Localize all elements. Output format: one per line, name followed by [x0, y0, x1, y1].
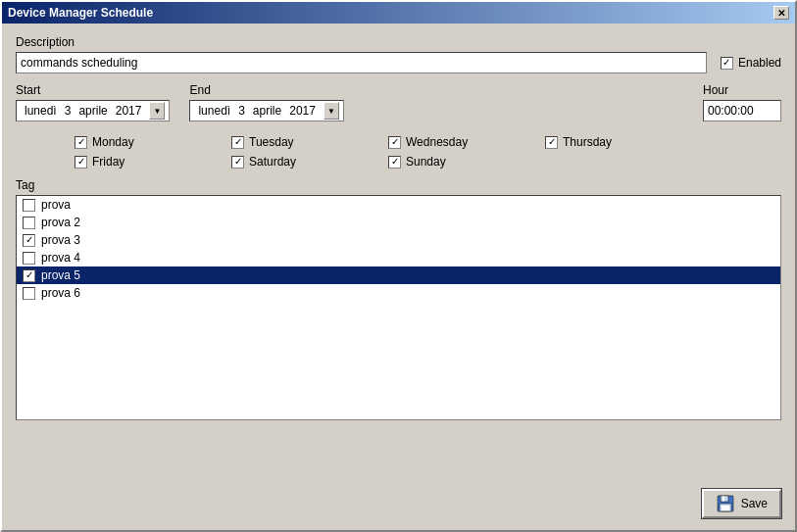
tag-item-checkbox[interactable]	[23, 217, 35, 229]
start-year: 2017	[116, 104, 142, 118]
tag-item[interactable]: prova	[17, 196, 780, 214]
close-button[interactable]: ✕	[773, 6, 789, 20]
description-label: Description	[16, 35, 781, 49]
days-row-2: Friday Saturday Sunday	[16, 155, 781, 169]
enabled-row: Enabled	[721, 56, 781, 70]
wednesday-checkbox[interactable]	[388, 136, 401, 149]
svg-rect-2	[722, 497, 724, 502]
sunday-label: Sunday	[406, 155, 446, 169]
friday-label: Friday	[92, 155, 125, 169]
start-month: aprile	[78, 104, 107, 118]
start-day: 3	[65, 104, 72, 118]
tag-item-label: prova 5	[41, 268, 80, 282]
thursday-label: Thursday	[563, 135, 612, 149]
tag-item-checkbox[interactable]	[23, 252, 35, 265]
sunday-checkbox[interactable]	[388, 156, 401, 169]
thursday-item: Thursday	[545, 135, 702, 149]
save-label: Save	[741, 497, 768, 510]
end-date-input[interactable]: lunedì 3 aprile 2017 ▼	[189, 100, 343, 121]
date-section: Start lunedì 3 aprile 2017 ▼ End lunedì …	[16, 83, 781, 121]
window-title: Device Manager Schedule	[8, 6, 153, 20]
hour-group: Hour	[703, 83, 781, 121]
tag-item-checkbox[interactable]	[23, 234, 35, 247]
tag-list[interactable]: provaprova 2prova 3prova 4prova 5prova 6	[16, 195, 781, 420]
title-bar: Device Manager Schedule ✕	[2, 2, 795, 24]
tag-item-label: prova 4	[41, 251, 80, 265]
tag-item[interactable]: prova 5	[17, 266, 780, 284]
tuesday-checkbox[interactable]	[231, 136, 244, 149]
tag-item[interactable]: prova 3	[17, 231, 780, 249]
monday-label: Monday	[92, 135, 134, 149]
hour-input[interactable]	[703, 100, 781, 121]
saturday-item: Saturday	[231, 155, 388, 169]
main-window: Device Manager Schedule ✕ Description En…	[0, 0, 797, 532]
tag-item[interactable]: prova 4	[17, 249, 780, 266]
days-row-1: Monday Tuesday Wednesday Thursday	[16, 135, 781, 149]
start-label: Start	[16, 83, 170, 97]
svg-rect-4	[722, 506, 729, 510]
tuesday-item: Tuesday	[231, 135, 388, 149]
content-area: Description Enabled Start lunedì 3 april…	[2, 24, 795, 442]
friday-checkbox[interactable]	[75, 156, 87, 169]
tag-section: Tag provaprova 2prova 3prova 4prova 5pro…	[16, 178, 781, 420]
start-date-group: Start lunedì 3 aprile 2017 ▼	[16, 83, 170, 121]
tag-label: Tag	[16, 178, 781, 192]
tag-item-checkbox[interactable]	[23, 287, 35, 300]
tag-item[interactable]: prova 2	[17, 214, 780, 231]
start-day-name: lunedì	[25, 104, 57, 118]
end-year: 2017	[289, 104, 316, 118]
save-icon	[716, 494, 735, 513]
tag-item-checkbox[interactable]	[23, 269, 35, 282]
tuesday-label: Tuesday	[249, 135, 294, 149]
tag-item-label: prova 3	[41, 233, 80, 247]
save-button[interactable]: Save	[702, 489, 781, 518]
saturday-label: Saturday	[249, 155, 296, 169]
wednesday-item: Wednesday	[388, 135, 545, 149]
end-day-name: lunedì	[198, 104, 230, 118]
tag-item-label: prova 6	[41, 286, 80, 300]
hour-label: Hour	[703, 83, 781, 97]
end-label: End	[189, 83, 343, 97]
enabled-checkbox[interactable]	[721, 57, 733, 70]
saturday-checkbox[interactable]	[231, 156, 244, 169]
start-date-button[interactable]: ▼	[149, 102, 165, 120]
tag-item[interactable]: prova 6	[17, 284, 780, 302]
enabled-label: Enabled	[738, 56, 781, 70]
tag-item-label: prova 2	[41, 216, 80, 229]
friday-item: Friday	[75, 155, 231, 169]
wednesday-label: Wednesday	[406, 135, 468, 149]
end-date-button[interactable]: ▼	[324, 102, 339, 120]
start-date-input[interactable]: lunedì 3 aprile 2017 ▼	[16, 100, 170, 121]
end-day: 3	[238, 104, 245, 118]
description-row: Enabled	[16, 52, 781, 73]
days-section: Monday Tuesday Wednesday Thursday	[16, 135, 781, 169]
description-section: Description Enabled	[16, 35, 781, 73]
description-input[interactable]	[16, 52, 707, 73]
monday-item: Monday	[75, 135, 231, 149]
sunday-item: Sunday	[388, 155, 545, 169]
end-date-group: End lunedì 3 aprile 2017 ▼	[189, 83, 343, 121]
monday-checkbox[interactable]	[75, 136, 87, 149]
footer: Save	[702, 489, 781, 518]
tag-item-checkbox[interactable]	[23, 199, 35, 212]
end-month: aprile	[253, 104, 281, 118]
thursday-checkbox[interactable]	[545, 136, 558, 149]
tag-item-label: prova	[41, 198, 71, 212]
